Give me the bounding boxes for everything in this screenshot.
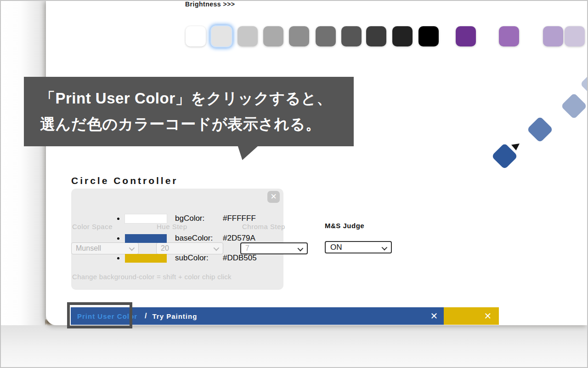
base-color-name: baseColor:	[175, 234, 223, 243]
yellow-bar-close-button[interactable]: ✕	[479, 307, 497, 325]
chevron-down-icon	[214, 245, 220, 251]
base-color-swatch[interactable]	[125, 234, 167, 243]
brightness-chip-7[interactable]	[366, 26, 386, 46]
brightness-chip-1[interactable]	[211, 26, 232, 46]
chevron-down-icon	[298, 246, 304, 252]
brightness-chip-12[interactable]	[543, 26, 563, 46]
chroma-step-value: 7	[245, 244, 249, 253]
blue-bar-close-button[interactable]: ✕	[425, 307, 443, 325]
ms-judge-label: M&S Judge	[325, 222, 364, 230]
brightness-chip-13[interactable]	[565, 26, 585, 46]
sub-color-name: subColor:	[175, 253, 223, 263]
brightness-chip-0[interactable]	[186, 26, 206, 46]
close-icon: ✕	[484, 311, 492, 321]
background-change-hint: Change background-color = shift + color …	[72, 273, 232, 281]
bullet-icon	[117, 218, 119, 220]
bullet-icon	[117, 257, 119, 259]
sub-color-row: subColor: #DDB505	[117, 252, 257, 264]
brightness-chip-4[interactable]	[289, 26, 309, 46]
bg-color-swatch[interactable]	[125, 214, 167, 223]
tooltip-line-2: 選んだ色のカラーコードが表示される。	[40, 111, 354, 137]
brightness-chip-3[interactable]	[263, 26, 283, 46]
brightness-chip-11[interactable]	[499, 26, 519, 46]
close-icon: ✕	[430, 311, 438, 321]
color-space-label: Color Space	[72, 223, 113, 230]
chevron-down-icon	[382, 245, 388, 251]
app-content-layer: Brightness >>> Circle Controller ✕ Color…	[0, 0, 588, 368]
tooltip-line-1: 「Print User Color」をクリックすると、	[40, 86, 354, 111]
link-separator: /	[145, 312, 147, 320]
ms-judge-select[interactable]: ON	[325, 241, 392, 253]
bottom-action-bar: Print User Color / Try Painting	[71, 307, 444, 325]
hue-chip-1[interactable]	[527, 116, 554, 143]
base-color-hex: #2D579A	[223, 234, 255, 243]
brightness-chip-9[interactable]	[418, 26, 439, 46]
bg-color-name: bgColor:	[175, 214, 223, 223]
brightness-chip-6[interactable]	[341, 26, 362, 46]
bg-color-row: bgColor: #FFFFFF	[117, 213, 256, 224]
bullet-icon	[117, 237, 119, 240]
color-space-value: Munsell	[76, 244, 101, 253]
sub-color-hex: #DDB505	[223, 253, 257, 263]
hue-chip-3[interactable]	[580, 71, 588, 98]
close-icon: ✕	[270, 192, 277, 201]
hue-step-value: 20	[161, 244, 169, 253]
panel-close-button[interactable]: ✕	[267, 191, 280, 203]
brightness-label: Brightness >>>	[185, 0, 235, 8]
chevron-down-icon	[129, 245, 135, 251]
try-painting-link[interactable]: Try Painting	[152, 312, 197, 320]
bg-color-hex: #FFFFFF	[223, 214, 256, 223]
base-color-row: baseColor: #2D579A	[117, 232, 255, 244]
hue-pointer-triangle-icon	[511, 144, 520, 150]
brightness-chip-5[interactable]	[316, 26, 336, 46]
print-user-color-link[interactable]: Print User Color	[77, 312, 137, 320]
brightness-chip-8[interactable]	[392, 26, 413, 46]
hue-chip-2[interactable]	[561, 93, 588, 120]
ms-judge-value: ON	[330, 243, 342, 252]
brightness-chip-10[interactable]	[456, 26, 476, 46]
circle-controller-heading: Circle Controller	[71, 175, 178, 186]
sub-color-swatch[interactable]	[125, 254, 167, 263]
annotation-tooltip: 「Print User Color」をクリックすると、 選んだ色のカラーコードが…	[24, 77, 354, 146]
brightness-chip-2[interactable]	[237, 26, 258, 46]
